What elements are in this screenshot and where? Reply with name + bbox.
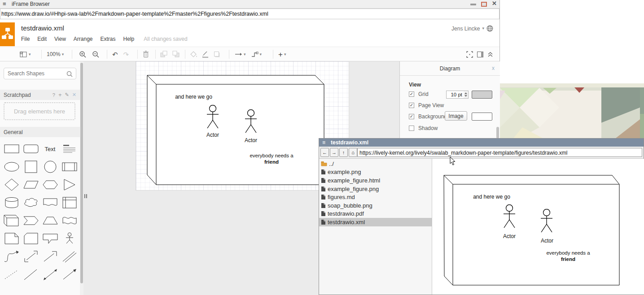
actor-shape[interactable] xyxy=(206,105,220,131)
help-icon[interactable]: ? xyxy=(53,92,55,98)
general-section-header[interactable]: General xyxy=(0,127,80,137)
file-row-parent-dir[interactable]: ../ xyxy=(319,160,432,168)
shape-tape[interactable] xyxy=(60,212,79,230)
shape-step[interactable] xyxy=(21,212,40,230)
search-icon[interactable] xyxy=(66,71,73,77)
shape-hexagon[interactable] xyxy=(40,176,60,194)
actor-label[interactable]: Actor xyxy=(199,132,226,138)
fullscreen-icon[interactable] xyxy=(466,51,473,58)
menu-file[interactable]: File xyxy=(21,36,30,42)
shape-curve[interactable] xyxy=(2,247,21,265)
file-row[interactable]: figures.md xyxy=(319,193,432,201)
globe-icon[interactable] xyxy=(486,25,493,32)
close-icon[interactable]: ✕ xyxy=(72,92,76,98)
shape-ellipse[interactable] xyxy=(2,158,21,176)
diagram-caption[interactable]: everybody needs a friend xyxy=(249,152,294,165)
grid-checkbox[interactable]: ✓ xyxy=(409,91,414,97)
file-row[interactable]: example_figure.html xyxy=(319,176,432,185)
shape-textbox[interactable] xyxy=(60,140,79,158)
back-button[interactable]: ← xyxy=(320,148,329,157)
hamburger-icon[interactable]: ≡ xyxy=(322,139,325,146)
shape-card[interactable] xyxy=(21,230,40,247)
menu-arrange[interactable]: Arrange xyxy=(74,36,93,42)
insert-button[interactable]: + ▾ xyxy=(278,51,286,58)
undo-icon[interactable]: ↶ xyxy=(112,51,118,58)
window1-url-input[interactable] xyxy=(0,9,499,19)
shape-bidirectional-arrow[interactable] xyxy=(21,247,40,265)
shape-text[interactable]: Text xyxy=(40,140,60,158)
page-view-button[interactable]: ▾ xyxy=(20,51,31,58)
shape-callout[interactable] xyxy=(40,230,60,247)
shape-link[interactable] xyxy=(60,247,79,265)
collapse-toolbar-icon[interactable] xyxy=(487,52,493,57)
actor-shape[interactable] xyxy=(244,109,258,135)
shape-parallelogram[interactable] xyxy=(21,176,40,194)
shape-internal-storage[interactable] xyxy=(60,194,79,212)
zoom-level-dropdown[interactable]: 100% ▾ xyxy=(47,51,64,57)
file-row[interactable]: soap_bubble.png xyxy=(319,201,432,210)
shape-process[interactable] xyxy=(60,158,79,176)
actor-label[interactable]: Actor xyxy=(237,137,264,143)
add-icon[interactable]: + xyxy=(58,91,62,98)
waypoint-style-button[interactable]: ▾ xyxy=(251,52,262,57)
search-input[interactable] xyxy=(4,68,62,79)
file-row[interactable]: example.png xyxy=(319,168,432,177)
connection-style-button[interactable]: ▾ xyxy=(235,52,246,56)
window2-url-input[interactable] xyxy=(358,149,642,157)
shape-directional-connector[interactable] xyxy=(60,265,79,283)
file-row-selected[interactable]: testdrawio.xml xyxy=(319,218,432,226)
shape-actor[interactable] xyxy=(60,230,79,247)
background-checkbox[interactable]: ✓ xyxy=(409,114,414,119)
grid-size-input[interactable] xyxy=(446,91,464,99)
shape-dashed-line[interactable] xyxy=(2,265,21,283)
menu-help[interactable]: Help xyxy=(123,36,135,42)
shape-document[interactable] xyxy=(40,194,60,212)
grid-color-swatch[interactable] xyxy=(472,91,492,99)
grid-size-stepper[interactable] xyxy=(464,91,469,99)
close-icon[interactable]: x xyxy=(492,65,495,71)
shape-note[interactable] xyxy=(2,230,21,247)
shape-square[interactable] xyxy=(21,158,40,176)
edit-pencil-icon[interactable]: ✎ xyxy=(65,92,69,98)
cube-shape[interactable] xyxy=(146,74,326,187)
hamburger-icon[interactable]: ≡ xyxy=(3,0,6,7)
shape-triangle[interactable] xyxy=(60,176,79,194)
window1-titlebar[interactable]: ≡ iFrame Browser ✕ xyxy=(0,0,499,9)
sidebar-scrollbar-thumb[interactable] xyxy=(80,63,83,283)
window2-titlebar[interactable]: ≡ testdrawio.xml xyxy=(319,139,644,147)
menu-view[interactable]: View xyxy=(54,36,66,42)
file-row[interactable]: testdrawio.pdf xyxy=(319,210,432,218)
diagram-note-text[interactable]: and here we go xyxy=(172,94,215,100)
page-view-checkbox[interactable]: ✓ xyxy=(409,103,414,108)
shape-cylinder[interactable] xyxy=(2,194,21,212)
file-row[interactable]: example_figure.png xyxy=(319,185,432,193)
shape-trapezoid[interactable] xyxy=(40,212,60,230)
minimize-button[interactable] xyxy=(470,4,476,5)
shape-diamond[interactable] xyxy=(2,176,21,194)
line-color-icon[interactable] xyxy=(202,51,209,58)
scratchpad-dropzone[interactable]: Drag elements here xyxy=(4,102,75,120)
up-button[interactable]: ↑ xyxy=(339,148,348,157)
shape-arrow[interactable] xyxy=(40,247,60,265)
menu-extras[interactable]: Extras xyxy=(101,36,116,42)
shape-circle[interactable] xyxy=(40,158,60,176)
home-button[interactable]: ⌂ xyxy=(349,148,357,157)
shape-bidirectional-connector[interactable] xyxy=(40,265,60,283)
menu-edit[interactable]: Edit xyxy=(37,36,47,42)
shape-cube[interactable] xyxy=(2,212,21,230)
user-menu[interactable]: Jens Lincke ▾ xyxy=(451,25,493,32)
zoom-in-icon[interactable] xyxy=(79,51,86,58)
shape-line[interactable] xyxy=(21,265,40,283)
shape-rounded-rectangle[interactable] xyxy=(21,140,40,158)
format-panel-toggle-icon[interactable] xyxy=(477,52,483,57)
shape-rectangle[interactable] xyxy=(2,140,21,158)
maximize-button[interactable] xyxy=(481,2,487,7)
scratchpad-header[interactable]: Scratchpad ? + ✎ ✕ xyxy=(0,90,80,100)
shape-cloud[interactable] xyxy=(21,194,40,212)
panel-tab-diagram[interactable]: Diagram xyxy=(400,65,500,72)
shadow-checkbox[interactable] xyxy=(409,126,414,131)
image-button[interactable]: Image xyxy=(445,111,467,121)
close-button[interactable]: ✕ xyxy=(492,0,497,7)
panel-scrollbar-thumb[interactable] xyxy=(496,127,499,139)
sidebar-collapse-handle[interactable] xyxy=(84,194,87,198)
